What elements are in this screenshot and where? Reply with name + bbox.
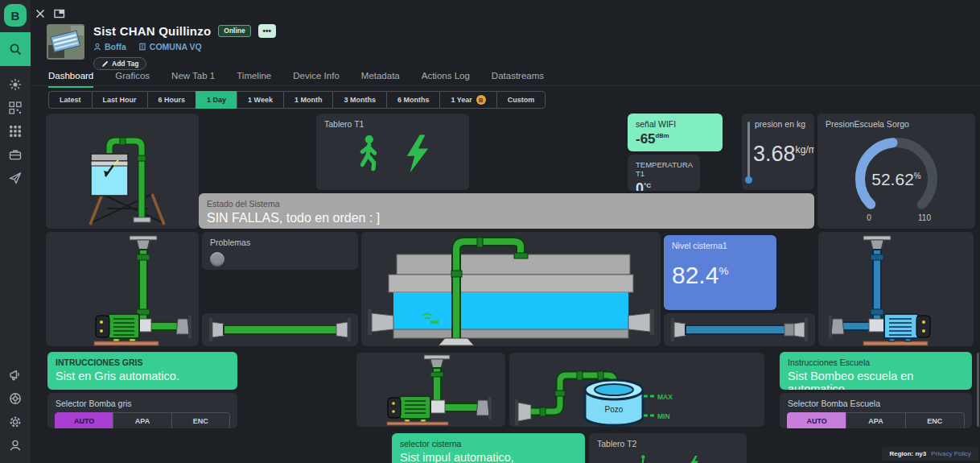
device-thumbnail[interactable] <box>47 24 84 60</box>
sidebar-item-publish[interactable] <box>0 166 31 189</box>
selector-gris-apa[interactable]: APA <box>113 412 171 428</box>
pozo-min-label: MIN <box>657 412 670 420</box>
status-badge: Online <box>218 25 250 37</box>
time-1-day[interactable]: 1 Day <box>196 91 237 109</box>
widget-title: INTRUCCIONES GRIS <box>47 352 237 367</box>
selector-gris-enc[interactable]: ENC <box>171 412 230 428</box>
pozo-graphic: Pozo MAX MIN <box>509 353 764 427</box>
time-custom[interactable]: Custom <box>496 91 546 109</box>
expand-icon[interactable] <box>54 8 65 19</box>
time-6-months[interactable]: 6 Months <box>386 91 441 109</box>
widget-problemas: Problemas <box>202 232 358 270</box>
time-1-year[interactable]: 1 Year B <box>439 91 496 109</box>
sidebar-item-announcements[interactable] <box>0 363 31 387</box>
device-title: Sist CHAN Quillinzo <box>93 24 211 38</box>
slider-knob[interactable] <box>745 176 752 184</box>
widget-estado-sistema: Estado del Sistema SIN FALLAS, todo en o… <box>199 193 814 229</box>
cistern-graphic <box>361 232 661 346</box>
close-icon[interactable] <box>35 9 45 19</box>
spark-icon <box>9 78 22 91</box>
selector-gris-auto[interactable]: AUTO <box>55 412 113 428</box>
green-pipe-graphic <box>202 313 358 346</box>
sidebar-item-support[interactable] <box>0 387 31 410</box>
selector-escuela-enc[interactable]: ENC <box>905 412 965 428</box>
tabs-divider <box>31 85 980 86</box>
widget-title: Tablero T2 <box>589 433 747 449</box>
widget-instrucciones-escuela: Instrucciones Escuela Sist Bombeo escuel… <box>780 352 972 390</box>
gauge-value: 52.62 <box>871 170 914 188</box>
widget-selector-cisterna: selector cisterna Sist impul automatico, <box>392 433 585 463</box>
system-status-value: SIN FALLAS, todo en orden : ] <box>199 209 814 228</box>
time-6-hours[interactable]: 6 Hours <box>147 91 197 109</box>
instructions-gris-value: Sist en Gris automatico. <box>47 367 237 385</box>
widget-pozo: Pozo MAX MIN <box>509 353 764 427</box>
cistern-level-value: 82.4% <box>664 250 776 291</box>
sidebar-item-settings[interactable] <box>0 410 31 433</box>
pressure-value: 3.68kg/m² <box>742 129 814 167</box>
widget-title: Selector Bomba Escuela <box>780 393 972 412</box>
water-tank-graphic <box>46 114 199 229</box>
more-actions-button[interactable]: ••• <box>258 24 276 38</box>
widget-tablero-t2: Tablero T2 <box>589 433 747 463</box>
time-last-hour[interactable]: Last Hour <box>92 91 148 109</box>
widget-selector-escuela: Selector Bomba Escuela AUTO APA ENC <box>780 393 972 428</box>
widget-senal-wifi: señal WIFI -65dBm <box>628 114 723 151</box>
owner-name: Boffa <box>105 42 126 52</box>
widget-gauge-presion-escuela: PresionEscuela Sorgo 52.62% 0 110 <box>817 114 975 229</box>
blynk-console: B <box>0 0 980 463</box>
time-range-selector: Latest Last Hour 6 Hours 1 Day 1 Week 1 … <box>48 91 546 109</box>
scrollbar-thumb[interactable] <box>977 353 979 427</box>
building-icon <box>138 43 146 51</box>
temperature-value: 0°C <box>628 178 700 191</box>
send-icon <box>9 172 22 184</box>
widget-pump-gris <box>46 232 199 346</box>
device-organization[interactable]: COMUNA VQ <box>138 42 202 52</box>
lightning-icon <box>405 134 430 174</box>
instructions-escuela-value: Sist Bombeo escuela en automatico, <box>780 367 972 390</box>
time-1-week[interactable]: 1 Week <box>237 91 284 109</box>
time-3-months[interactable]: 3 Months <box>332 91 387 109</box>
add-tag-button[interactable]: Add Tag <box>93 57 146 70</box>
sidebar-item-organization[interactable] <box>0 143 31 166</box>
widget-selector-gris: Selector Bomba gris AUTO APA ENC <box>47 393 237 428</box>
time-latest[interactable]: Latest <box>48 91 93 109</box>
lightning-icon <box>687 456 702 463</box>
device-header: Sist CHAN Quillinzo Online ••• Boffa <box>47 24 276 71</box>
sidebar-item-account[interactable] <box>0 433 31 457</box>
widget-tablero-t1: Tablero T1 <box>316 114 469 190</box>
widget-water-tank <box>46 114 199 229</box>
svg-text:52.62%: 52.62% <box>871 170 921 188</box>
selector-escuela-apa[interactable]: APA <box>846 412 905 428</box>
gauge-graphic: 52.62% 0 110 <box>817 129 975 225</box>
widget-title: Tablero T1 <box>316 114 469 129</box>
widget-title: TEMPERATURA T1 <box>628 155 700 178</box>
widget-nivel-cisterna: Nivel cisterna1 82.4% <box>664 235 776 310</box>
sidebar-item-devices[interactable] <box>0 96 31 119</box>
sidebar: B <box>0 0 31 463</box>
pencil-icon <box>101 60 109 68</box>
privacy-policy-link[interactable]: Privacy Policy <box>931 450 971 457</box>
time-1-month[interactable]: 1 Month <box>283 91 334 109</box>
selector-cisterna-value: Sist impul automatico, <box>392 449 585 463</box>
device-owner[interactable]: Boffa <box>93 42 126 52</box>
sidebar-item-developer[interactable] <box>0 72 31 96</box>
green-pump-short-graphic <box>356 353 505 427</box>
blue-pump-graphic <box>818 232 974 346</box>
premium-badge-icon: B <box>476 95 486 105</box>
briefcase-icon <box>9 148 22 161</box>
widget-title: Estado del Sistema <box>199 193 814 209</box>
selector-escuela-auto[interactable]: AUTO <box>787 412 846 428</box>
widget-pipe-green <box>202 313 358 346</box>
widget-title: Selector Bomba gris <box>47 393 237 412</box>
brand-logo[interactable]: B <box>4 4 27 27</box>
sidebar-item-apps[interactable] <box>0 119 31 143</box>
gauge-min-label: 0 <box>867 213 871 222</box>
qr-code-icon <box>9 101 22 114</box>
widget-pump-cisterna <box>356 353 505 427</box>
widget-title: Problemas <box>202 232 358 247</box>
pressure-slider[interactable] <box>747 122 750 182</box>
widget-title: PresionEscuela Sorgo <box>817 114 975 129</box>
widget-presion: presion en kg 3.68kg/m² <box>742 114 814 190</box>
region-label: Region: ny3 <box>889 450 926 457</box>
search-nav-item[interactable] <box>0 32 31 66</box>
